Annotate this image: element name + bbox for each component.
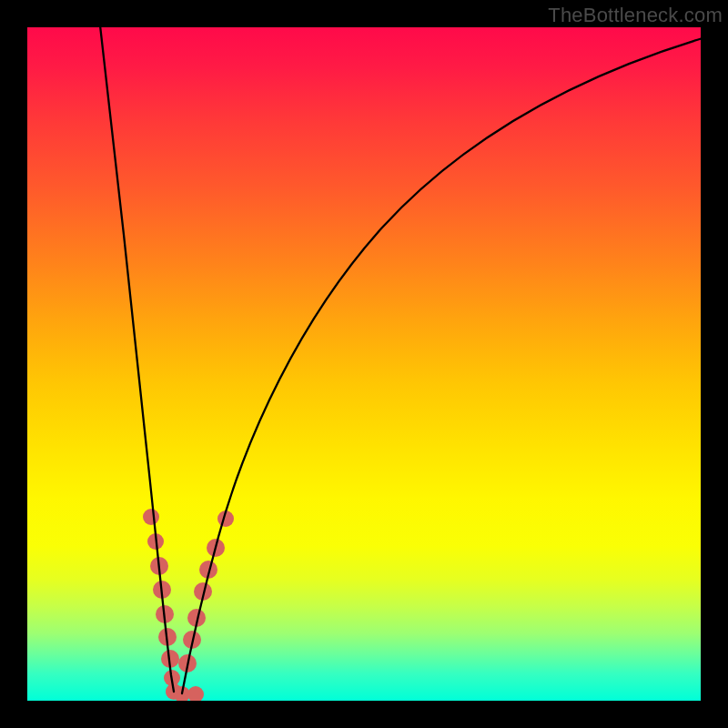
curve-right-curve: [182, 38, 701, 693]
watermark-text: TheBottleneck.com: [548, 4, 723, 27]
chart-svg: [27, 27, 701, 701]
marker-left: [143, 509, 159, 525]
chart-frame: TheBottleneck.com: [0, 0, 728, 728]
marker-bottom: [187, 686, 204, 701]
plot-area: [27, 27, 701, 701]
